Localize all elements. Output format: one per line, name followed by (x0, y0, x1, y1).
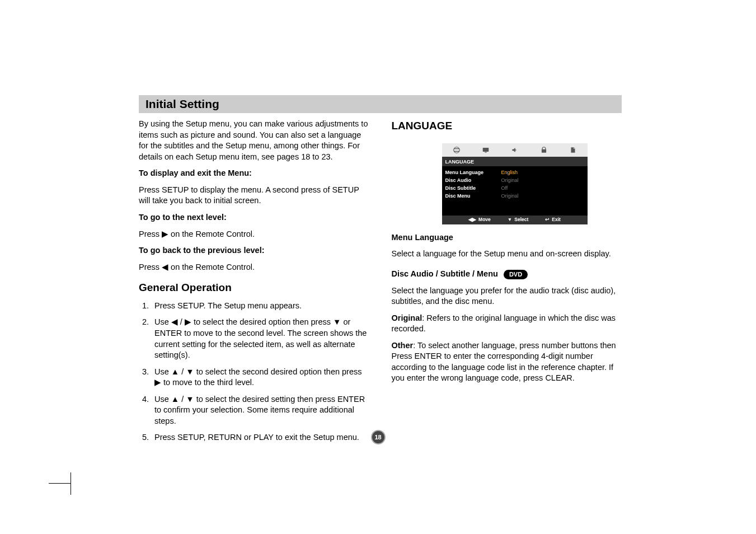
menu-language-body: Select a language for the Setup menu and… (392, 249, 622, 260)
left-arrow-icon: ◀ (162, 263, 168, 271)
down-arrow-icon: ▼ (186, 395, 194, 404)
menu-category-label: LANGUAGE (442, 157, 588, 166)
return-icon: ↩ (545, 217, 550, 223)
right-column: LANGUAGE LANGUAGE Menu Language English (392, 119, 622, 449)
text: Disc Audio / Subtitle / Menu (392, 269, 498, 278)
footer-exit: ↩Exit (545, 217, 561, 223)
up-arrow-icon: ▲ (171, 367, 179, 376)
menu-body: Menu Language English Disc Audio Origina… (442, 166, 588, 216)
left-arrow-icon: ◀ (171, 317, 178, 326)
tab-other-icon (558, 143, 588, 157)
menu-row-value: Off (501, 185, 508, 191)
menu-row-value: Original (501, 177, 519, 184)
step-3: Use ▲ / ▼ to select the second desired o… (151, 367, 369, 388)
text: Exit (552, 217, 561, 223)
text: to select the desired option then press (191, 317, 333, 326)
text: Use (154, 367, 171, 376)
text: on the Remote Control. (168, 229, 255, 238)
text: : To select another language, press numb… (392, 341, 616, 383)
text: Press (139, 263, 162, 271)
right-arrow-icon: ▶ (185, 317, 191, 326)
other-label: Other (392, 341, 414, 350)
text: Use (154, 317, 171, 326)
display-exit-body: Press SETUP to display the menu. A secon… (139, 185, 369, 207)
text: : Refers to the original language in whi… (392, 313, 616, 334)
disc-asm-title: Disc Audio / Subtitle / Menu DVD (392, 269, 622, 280)
setup-menu-screenshot: LANGUAGE Menu Language English Disc Audi… (442, 143, 588, 224)
menu-row-label: Disc Audio (445, 177, 501, 184)
menu-row: Disc Subtitle Off (442, 184, 588, 192)
original-label: Original (392, 313, 422, 322)
original-paragraph: Original: Refers to the original languag… (392, 313, 622, 335)
svg-rect-1 (485, 152, 487, 152)
display-exit-title: To display and exit the Menu: (139, 168, 369, 179)
menu-row: Menu Language English (442, 168, 588, 176)
menu-tab-bar (442, 143, 588, 157)
section-title: Initial Setting (139, 95, 622, 113)
step-2: Use ◀ / ▶ to select the desired option t… (151, 317, 369, 360)
prev-level-body: Press ◀ on the Remote Control. (139, 262, 369, 273)
language-heading: LANGUAGE (392, 119, 622, 133)
next-level-title: To go to the next level: (139, 212, 369, 223)
prev-level-title: To go back to the previous level: (139, 245, 369, 256)
next-level-body: Press ▶ on the Remote Control. (139, 229, 369, 240)
menu-row-label: Disc Menu (445, 193, 501, 199)
up-arrow-icon: ▲ (171, 395, 179, 404)
down-arrow-icon: ▼ (186, 367, 194, 376)
tab-display-icon (471, 143, 500, 157)
svg-rect-0 (482, 148, 489, 152)
text: Use (154, 395, 171, 404)
tab-audio-icon (500, 143, 529, 157)
tab-language-icon (442, 143, 471, 157)
menu-row-label: Menu Language (445, 169, 501, 176)
text: Press (139, 229, 162, 238)
text: Move (478, 217, 491, 223)
intro-paragraph: By using the Setup menu, you can make va… (139, 119, 369, 162)
right-arrow-icon: ▶ (162, 229, 168, 238)
text: to move to the third level. (161, 378, 254, 387)
down-arrow-icon: ▼ (333, 317, 341, 326)
page-content: Initial Setting By using the Setup menu,… (0, 0, 756, 449)
down-arrow-icon: ▼ (508, 217, 512, 223)
menu-language-title: Menu Language (392, 232, 622, 243)
step-1: Press SETUP. The Setup menu appears. (151, 301, 369, 312)
text: to select the second desired option then… (194, 367, 362, 376)
menu-row-value: English (501, 169, 518, 176)
two-column-layout: By using the Setup menu, you can make va… (139, 119, 622, 449)
tab-lock-icon (529, 143, 558, 157)
menu-footer: ◀▶Move ▼Select ↩Exit (442, 216, 588, 224)
step-5: Press SETUP, RETURN or PLAY to exit the … (151, 432, 369, 443)
lr-arrow-icon: ◀▶ (468, 217, 476, 223)
menu-row-label: Disc Subtitle (445, 185, 501, 191)
general-operation-steps: Press SETUP. The Setup menu appears. Use… (139, 301, 369, 443)
menu-row: Disc Menu Original (442, 192, 588, 200)
general-operation-heading: General Operation (139, 280, 369, 295)
dvd-badge: DVD (504, 270, 528, 279)
footer-select: ▼Select (508, 217, 528, 223)
menu-row: Disc Audio Original (442, 176, 588, 184)
disc-asm-body: Select the language you prefer for the a… (392, 285, 622, 307)
step-4: Use ▲ / ▼ to select the desired setting … (151, 394, 369, 427)
crop-mark-icon (48, 472, 71, 495)
text: Select (514, 217, 528, 223)
other-paragraph: Other: To select another language, press… (392, 340, 622, 384)
text: on the Remote Control. (168, 263, 255, 271)
right-arrow-icon: ▶ (154, 378, 161, 387)
menu-row-value: Original (501, 193, 519, 199)
left-column: By using the Setup menu, you can make va… (139, 119, 369, 449)
footer-move: ◀▶Move (468, 217, 491, 223)
page-number-badge: 18 (371, 430, 386, 444)
